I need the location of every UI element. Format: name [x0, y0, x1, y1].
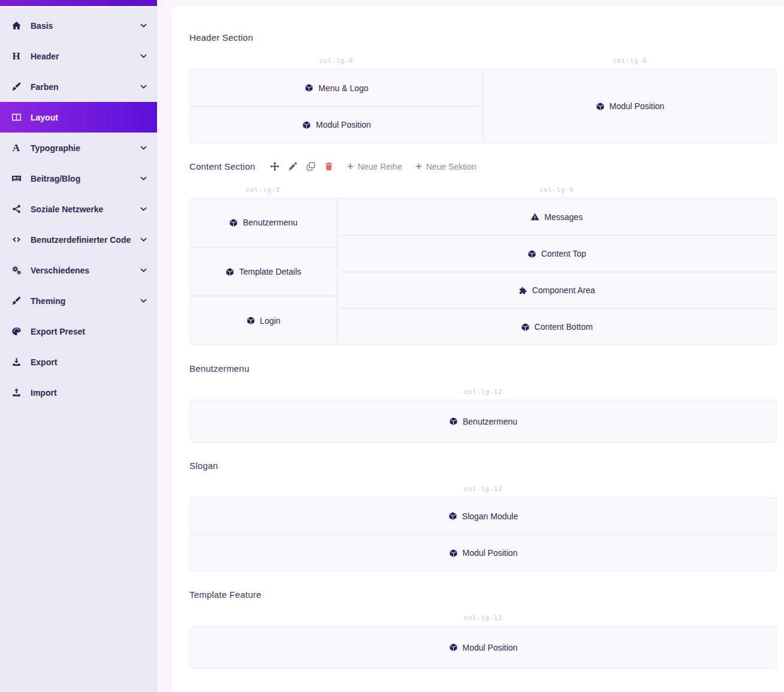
sidebar-item-layout[interactable]: Layout [0, 102, 157, 133]
chevron-down-icon [140, 266, 147, 274]
sidebar-item-label: Export Preset [31, 327, 85, 336]
plus-icon [415, 163, 423, 170]
layout-grid: Benutzermenu [189, 400, 777, 443]
module-position-label: Component Area [532, 285, 595, 295]
cube-icon [521, 323, 530, 332]
module-position-cell-content-top[interactable]: Content Top [337, 235, 777, 272]
sidebar-item-theming[interactable]: Theming [0, 285, 157, 316]
letter-a-icon: A [10, 143, 23, 153]
module-position-label: Modul Position [316, 120, 371, 130]
column-size-label: col-lg-6 [189, 57, 483, 65]
column-labels-row: col-lg-12 [189, 614, 777, 622]
sidebar-item-typographie[interactable]: ATypographie [0, 133, 157, 163]
module-position-label: Modul Position [610, 101, 665, 111]
sidebar-item-export[interactable]: Export [0, 347, 157, 377]
module-position-cell-messages[interactable]: Messages [337, 198, 777, 235]
column-size-label: col-lg-12 [189, 614, 777, 622]
section-benutzermenu: Benutzermenucol-lg-12Benutzermenu [189, 363, 777, 443]
module-position-cell-slogan-module[interactable]: Slogan Module [190, 498, 776, 534]
section-title-row: Content SectionNeue ReiheNeue Sektion [189, 161, 777, 172]
sidebar-item-header[interactable]: HHeader [0, 41, 157, 71]
download-icon [10, 357, 23, 367]
section-title: Content Section [189, 161, 255, 172]
section-title-row: Template Feature [189, 589, 777, 600]
sidebar-item-import[interactable]: Import [0, 377, 157, 408]
action-label: Neue Reihe [358, 162, 402, 172]
sidebar: BasisHHeaderFarbenLayoutATypographieBeit… [0, 0, 157, 692]
puzzle-icon [518, 286, 527, 295]
sidebar-item-label: Header [31, 52, 59, 61]
module-position-cell-template-details[interactable]: Template Details [190, 247, 337, 296]
chevron-down-icon [140, 83, 147, 91]
sidebar-item-farben[interactable]: Farben [0, 71, 157, 102]
trash-icon[interactable] [324, 161, 334, 172]
cube-icon [225, 267, 234, 276]
module-position-cell-benutzermenu[interactable]: Benutzermenu [190, 401, 776, 442]
module-position-label: Template Details [239, 267, 301, 276]
sidebar-item-beitrag-blog[interactable]: Beitrag/Blog [0, 163, 157, 194]
module-position-cell-component-area[interactable]: Component Area [337, 272, 777, 308]
copy-icon[interactable] [306, 161, 316, 172]
cube-icon [302, 121, 311, 130]
plus-icon [346, 163, 354, 170]
pencil-icon[interactable] [288, 161, 298, 172]
cogs-icon [10, 265, 23, 275]
section-slogan: Slogancol-lg-12Slogan ModuleModul Positi… [189, 461, 777, 571]
sidebar-item-label: Layout [31, 113, 58, 122]
brush-icon [10, 296, 23, 306]
chevron-down-icon [140, 52, 147, 60]
column-size-label: col-lg-12 [189, 485, 777, 493]
code-icon [10, 234, 23, 245]
module-position-cell-menu-logo[interactable]: Menu & Logo [190, 70, 483, 106]
chevron-down-icon [140, 174, 147, 182]
move-icon[interactable] [270, 161, 280, 172]
section-title: Header Section [189, 32, 253, 43]
module-position-label: Messages [544, 212, 583, 222]
cube-icon [596, 102, 605, 111]
module-position-cell-modul-position[interactable]: Modul Position [190, 534, 776, 571]
module-position-label: Modul Position [463, 548, 518, 558]
sidebar-item-label: Benutzerdefinierter Code [31, 235, 131, 245]
sidebar-item-label: Verschiedenes [31, 266, 89, 275]
section-title: Slogan [189, 461, 218, 471]
module-position-cell-login[interactable]: Login [190, 296, 337, 345]
sidebar-item-label: Beitrag/Blog [31, 174, 80, 183]
grid-column: BenutzermenuTemplate DetailsLogin [190, 198, 337, 345]
module-position-cell-modul-position[interactable]: Modul Position [190, 627, 776, 668]
column-size-label: col-lg-9 [336, 186, 777, 194]
action-label: Neue Sektion [426, 162, 477, 172]
section-toolbar: Neue ReiheNeue Sektion [270, 161, 477, 172]
column-size-label: col-lg-3 [189, 186, 336, 194]
palette-icon [10, 326, 23, 336]
module-position-cell-benutzermenu[interactable]: Benutzermenu [190, 198, 337, 247]
module-position-label: Slogan Module [462, 512, 518, 521]
column-labels-row: col-lg-3col-lg-9 [189, 186, 777, 194]
sidebar-item-label: Soziale Netzwerke [31, 204, 103, 214]
brush-icon [10, 82, 23, 92]
cube-icon [449, 643, 458, 652]
columns-icon [10, 112, 23, 122]
section-content-section: Content SectionNeue ReiheNeue Sektioncol… [189, 161, 777, 345]
sidebar-item-export-preset[interactable]: Export Preset [0, 316, 157, 347]
sidebar-item-label: Typographie [31, 143, 80, 153]
layout-grid: BenutzermenuTemplate DetailsLoginMessage… [189, 198, 777, 345]
module-position-cell-content-bottom[interactable]: Content Bottom [337, 308, 777, 345]
section-title-row: Slogan [189, 461, 777, 471]
cube-icon [229, 218, 238, 227]
sidebar-item-soziale-netzwerke[interactable]: Soziale Netzwerke [0, 194, 157, 224]
module-position-cell-modul-position[interactable]: Modul Position [190, 106, 483, 143]
column-labels-row: col-lg-12 [189, 485, 777, 493]
section-header-section: Header Sectioncol-lg-6col-lg-6Menu & Log… [189, 32, 777, 143]
sidebar-item-verschiedenes[interactable]: Verschiedenes [0, 255, 157, 285]
grid-column: Menu & LogoModul Position [190, 70, 483, 143]
section-title: Benutzermenu [189, 363, 249, 374]
sidebar-item-label: Basis [31, 21, 53, 31]
grid-column: Modul Position [190, 627, 776, 668]
module-position-label: Modul Position [463, 643, 518, 652]
action-neue-sektion[interactable]: Neue Sektion [415, 162, 477, 172]
module-position-cell-modul-position[interactable]: Modul Position [484, 70, 776, 143]
sidebar-item-basis[interactable]: Basis [0, 10, 157, 41]
sidebar-item-benutzerdefinierter-code[interactable]: Benutzerdefinierter Code [0, 224, 157, 255]
action-neue-reihe[interactable]: Neue Reihe [346, 162, 402, 172]
chevron-down-icon [140, 22, 147, 29]
